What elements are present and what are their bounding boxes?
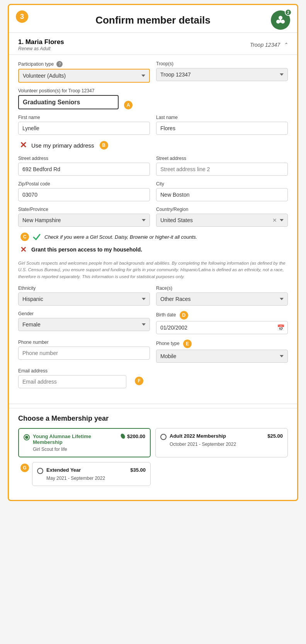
svg-point-2: [281, 20, 285, 24]
first-name-input[interactable]: [18, 122, 150, 135]
race-group: Race(s) Other Races: [156, 285, 288, 306]
primary-address-x-icon[interactable]: ✕: [18, 140, 28, 150]
participation-type-select[interactable]: Volunteer (Adults): [18, 69, 150, 83]
phone-row: Phone number Phone type E Mobile: [18, 340, 288, 363]
ethnicity-select[interactable]: Hispanic: [18, 292, 150, 306]
extended-year-price: $35.00: [130, 467, 146, 473]
country-select[interactable]: United States: [156, 214, 288, 227]
last-name-group: Last name: [156, 115, 288, 135]
member-number: 1.: [18, 38, 24, 46]
membership-card-adult-2022[interactable]: Adult 2022 Membership $25.00 October 202…: [155, 428, 288, 457]
adult-2022-header: Adult 2022 Membership $25.00: [160, 433, 283, 440]
extended-year-header: Extended Year $35.00: [37, 467, 146, 474]
gender-select[interactable]: Female: [18, 318, 150, 331]
volunteer-position-select[interactable]: Graduating Seniors: [18, 95, 119, 109]
checkmark-icon: [32, 233, 41, 241]
ethnicity-race-row: Ethnicity Hispanic Race(s) Other Races: [18, 285, 288, 306]
member-section-header: 1. Maria Flores Renew as Adult Troop 123…: [9, 33, 297, 55]
street-address2-input[interactable]: [156, 163, 288, 176]
adult-2022-radio[interactable]: [160, 434, 167, 440]
page-header: Confirm member details: [9, 5, 297, 33]
annotation-f: F: [135, 377, 143, 385]
membership-grid: Young Alumnae Lifetime Membership $200.0…: [18, 428, 288, 486]
girl-scout-check-icon[interactable]: [32, 232, 41, 241]
grant-access-label: Grant this person access to my household…: [31, 246, 142, 253]
phone-type-group: Phone type E Mobile: [156, 340, 288, 363]
member-name: Maria Flores: [26, 38, 64, 46]
birthdate-input-wrap: 📅: [156, 321, 288, 334]
country-select-wrap: United States ✕: [156, 214, 288, 227]
city-group: City: [156, 181, 288, 201]
first-name-label: First name: [18, 115, 150, 120]
extended-year-subtitle: May 2021 - September 2022: [37, 476, 146, 481]
adult-2022-subtitle: October 2021 - September 2022: [160, 442, 283, 447]
membership-card-young-alumnae[interactable]: Young Alumnae Lifetime Membership $200.0…: [18, 428, 151, 457]
zip-input[interactable]: [18, 188, 150, 201]
first-name-group: First name: [18, 115, 150, 135]
primary-address-label: Use my primary address: [31, 142, 94, 149]
birthdate-input[interactable]: [156, 321, 288, 334]
gs-logo-wrap: 2: [271, 10, 290, 30]
country-group: Country/Region United States ✕: [156, 207, 288, 227]
street-address-label: Street address: [18, 156, 150, 161]
member-subtitle: Renew as Adult: [18, 46, 64, 51]
participation-type-label: Participation type ?: [18, 61, 150, 67]
participation-type-group: Participation type ? Volunteer (Adults): [18, 61, 150, 83]
state-country-row: State/Province New Hampshire Country/Reg…: [18, 207, 288, 227]
race-select[interactable]: Other Races: [156, 292, 288, 306]
participation-help-icon[interactable]: ?: [56, 61, 63, 67]
young-alumnae-header: Young Alumnae Lifetime Membership $200.0…: [24, 433, 145, 445]
state-select[interactable]: New Hampshire: [18, 214, 150, 227]
street-address-group: Street address: [18, 156, 150, 176]
phone-number-input[interactable]: [18, 347, 150, 360]
state-label: State/Province: [18, 207, 150, 212]
troops-group: Troop(s) Troop 12347: [156, 61, 288, 83]
membership-card-extended-year[interactable]: Extended Year $35.00 May 2021 - Septembe…: [32, 462, 151, 486]
last-name-input[interactable]: [156, 122, 288, 135]
annotation-e: E: [183, 340, 192, 348]
primary-address-row: ✕ Use my primary address B: [18, 140, 288, 150]
phone-type-select[interactable]: Mobile: [156, 350, 288, 363]
membership-section: Choose a Membership year Young Alumnae L…: [9, 408, 297, 492]
gender-birthdate-row: Gender Female Birth date D 📅: [18, 311, 288, 334]
grant-access-x-icon[interactable]: ✕: [18, 245, 28, 255]
annotation-a: A: [124, 101, 133, 109]
collapse-icon[interactable]: ⌃: [283, 42, 288, 48]
adult-2022-price: $25.00: [267, 433, 283, 439]
race-label: Race(s): [156, 285, 288, 291]
email-row: Email address F: [18, 368, 288, 388]
gender-group: Gender Female: [18, 311, 150, 334]
young-alumnae-price-wrap: $200.00: [120, 433, 145, 439]
volunteer-position-group: Volunteer position(s) for Troop 12347 Gr…: [18, 88, 119, 109]
country-clear-button[interactable]: ✕: [272, 217, 277, 223]
troops-select[interactable]: Troop 12347: [156, 68, 288, 81]
troop-label: Troop 12347: [250, 42, 280, 48]
zip-city-row: Zip/Postal code City: [18, 181, 288, 201]
annotation-f-wrap: F: [133, 368, 143, 388]
young-alumnae-name: Young Alumnae Lifetime Membership: [33, 433, 117, 445]
step-badge: 3: [16, 10, 28, 23]
street-address-input[interactable]: [18, 163, 150, 176]
extended-year-wrap: G Extended Year $35.00 May 2021 - Septem…: [18, 462, 151, 486]
street-address2-group: Street address: [156, 156, 288, 176]
girl-scout-check-label: Check if you were a Girl Scout. Daisy, B…: [44, 234, 197, 240]
name-row: First name Last name: [18, 115, 288, 135]
young-alumnae-subtitle: Girl Scout for life: [24, 447, 145, 452]
email-group: Email address: [18, 368, 126, 388]
membership-section-title: Choose a Membership year: [18, 415, 288, 423]
extended-year-name: Extended Year: [46, 467, 127, 473]
ethnicity-group: Ethnicity Hispanic: [18, 285, 150, 306]
adult-2022-name: Adult 2022 Membership: [170, 433, 264, 439]
email-input[interactable]: [18, 375, 126, 388]
troop-info: Troop 12347 ⌃: [250, 42, 288, 48]
young-alumnae-radio[interactable]: [24, 434, 30, 440]
zip-group: Zip/Postal code: [18, 181, 150, 201]
member-name-row: 1. Maria Flores: [18, 38, 64, 46]
calendar-icon[interactable]: 📅: [277, 324, 285, 331]
extended-year-radio[interactable]: [37, 468, 43, 474]
svg-point-1: [276, 20, 280, 24]
birthdate-group: Birth date D 📅: [156, 311, 288, 334]
city-input[interactable]: [156, 188, 288, 201]
volunteer-position-row: Volunteer position(s) for Troop 12347 Gr…: [18, 88, 288, 109]
troops-label: Troop(s): [156, 61, 288, 66]
